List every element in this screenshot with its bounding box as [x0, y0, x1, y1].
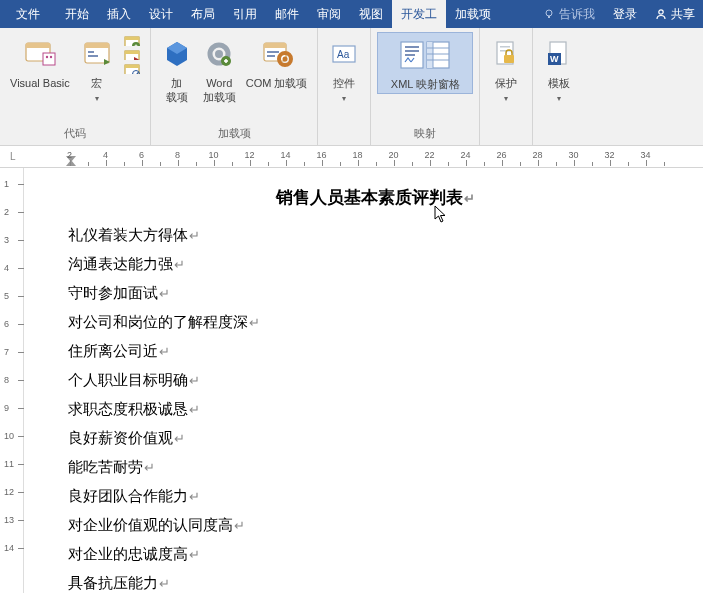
paragraph-mark: ↵: [174, 251, 185, 279]
svg-point-23: [215, 50, 223, 58]
svg-text:Aa: Aa: [337, 49, 350, 60]
macros-button[interactable]: 宏▾: [76, 32, 118, 108]
vb-icon: [23, 34, 57, 74]
svg-rect-36: [405, 46, 419, 48]
svg-rect-46: [500, 46, 510, 48]
visual-basic-button[interactable]: Visual Basic: [6, 32, 74, 92]
svg-point-32: [282, 57, 287, 62]
com-addins-label: COM 加载项: [246, 76, 308, 90]
svg-rect-4: [26, 43, 50, 48]
template-label: 模板▾: [548, 76, 570, 106]
macros-icon: [80, 34, 114, 74]
code-more-button[interactable]: [120, 32, 144, 76]
tab-home[interactable]: 开始: [56, 0, 98, 28]
protect-label: 保护▾: [495, 76, 517, 106]
addins-btn-label: 加载项: [166, 76, 188, 104]
person-icon: [655, 8, 667, 20]
word-addins-label: Word加载项: [203, 76, 236, 104]
vertical-ruler[interactable]: 1234567891011121314: [0, 168, 24, 593]
document-line[interactable]: 礼仪着装大方得体↵: [68, 221, 683, 250]
svg-rect-11: [88, 55, 98, 57]
paragraph-mark: ↵: [189, 367, 200, 395]
svg-point-6: [46, 56, 48, 58]
addins-button[interactable]: 加载项: [157, 32, 197, 106]
svg-text:W: W: [550, 54, 559, 64]
group-template: W 模板▾: [533, 28, 585, 145]
document-line[interactable]: 个人职业目标明确↵: [68, 366, 683, 395]
protect-button[interactable]: 保护▾: [486, 32, 526, 108]
ribbon: Visual Basic 宏▾ 代码: [0, 28, 703, 146]
group-mapping: XML 映射窗格 映射: [371, 28, 480, 145]
document-line[interactable]: 对企业价值观的认同度高↵: [68, 511, 683, 540]
tab-layout[interactable]: 布局: [182, 0, 224, 28]
document-line[interactable]: 具备抗压能力↵: [68, 569, 683, 593]
paragraph-mark: ↵: [249, 309, 260, 337]
tab-addins[interactable]: 加载项: [446, 0, 500, 28]
controls-label: 控件▾: [333, 76, 355, 106]
paragraph-mark: ↵: [189, 541, 200, 569]
tab-references[interactable]: 引用: [224, 0, 266, 28]
paragraph-mark: ↵: [174, 425, 185, 453]
paragraph-mark: ↵: [189, 222, 200, 250]
tab-review[interactable]: 审阅: [308, 0, 350, 28]
document-line[interactable]: 对企业的忠诚度高↵: [68, 540, 683, 569]
svg-rect-28: [264, 43, 286, 48]
svg-rect-5: [43, 53, 55, 65]
paragraph-mark: ↵: [189, 396, 200, 424]
tell-me-search[interactable]: 告诉我: [535, 6, 603, 23]
tell-me-label: 告诉我: [559, 6, 595, 23]
menu-tab-bar: 文件 开始 插入 设计 布局 引用 邮件 审阅 视图 开发工 加载项 告诉我 登…: [0, 0, 703, 28]
tab-mailings[interactable]: 邮件: [266, 0, 308, 28]
tab-insert[interactable]: 插入: [98, 0, 140, 28]
group-addins-label: 加载项: [157, 124, 312, 143]
xml-mapping-pane-button[interactable]: XML 映射窗格: [377, 32, 473, 94]
macros-label: 宏▾: [91, 76, 102, 106]
svg-rect-38: [405, 54, 415, 56]
tab-design[interactable]: 设计: [140, 0, 182, 28]
horizontal-ruler[interactable]: L 246810121416182022242628303234: [0, 146, 703, 168]
document-line[interactable]: 沟通表达能力强↵: [68, 250, 683, 279]
svg-rect-37: [405, 50, 419, 52]
document-line[interactable]: 能吃苦耐劳↵: [68, 453, 683, 482]
controls-icon: Aa: [329, 34, 359, 74]
xml-mapping-label: XML 映射窗格: [391, 77, 460, 91]
tab-selector[interactable]: L: [10, 151, 16, 162]
paragraph-mark: ↵: [159, 570, 170, 593]
svg-rect-16: [135, 45, 136, 47]
svg-rect-40: [427, 42, 433, 68]
com-addins-button[interactable]: COM 加载项: [242, 32, 312, 92]
svg-rect-18: [125, 51, 139, 54]
share-button[interactable]: 共享: [647, 6, 703, 23]
visual-basic-label: Visual Basic: [10, 76, 70, 90]
svg-rect-48: [504, 55, 514, 63]
tab-view[interactable]: 视图: [350, 0, 392, 28]
xml-mapping-icon: [399, 35, 451, 75]
word-addins-button[interactable]: Word加载项: [199, 32, 240, 106]
group-controls: Aa 控件▾: [318, 28, 371, 145]
document-line[interactable]: 良好薪资价值观↵: [68, 424, 683, 453]
template-button[interactable]: W 模板▾: [539, 32, 579, 108]
document-line[interactable]: 求职态度积极诚恳↵: [68, 395, 683, 424]
tab-developer[interactable]: 开发工: [392, 0, 446, 28]
document-line[interactable]: 良好团队合作能力↵: [68, 482, 683, 511]
svg-rect-10: [88, 51, 94, 53]
paragraph-mark: ↵: [464, 191, 475, 206]
document-line[interactable]: 守时参加面试↵: [68, 279, 683, 308]
svg-point-0: [546, 10, 552, 16]
document-title[interactable]: 销售人员基本素质评判表↵: [68, 186, 683, 209]
document-body[interactable]: 销售人员基本素质评判表↵ 礼仪着装大方得体↵沟通表达能力强↵守时参加面试↵对公司…: [24, 168, 703, 593]
share-label: 共享: [671, 6, 695, 23]
addins-icon: [162, 34, 192, 74]
svg-rect-1: [548, 16, 550, 18]
group-controls-label: [324, 139, 364, 143]
group-mapping-label: 映射: [377, 124, 473, 143]
controls-button[interactable]: Aa 控件▾: [324, 32, 364, 108]
group-template-label: [539, 139, 579, 143]
document-line[interactable]: 对公司和岗位的了解程度深↵: [68, 308, 683, 337]
paragraph-mark: ↵: [189, 483, 200, 511]
login-button[interactable]: 登录: [603, 6, 647, 23]
ruler-scale: 246810121416182022242628303234: [22, 148, 693, 166]
document-line[interactable]: 住所离公司近↵: [68, 337, 683, 366]
tab-file[interactable]: 文件: [0, 0, 56, 28]
svg-point-2: [659, 10, 663, 14]
